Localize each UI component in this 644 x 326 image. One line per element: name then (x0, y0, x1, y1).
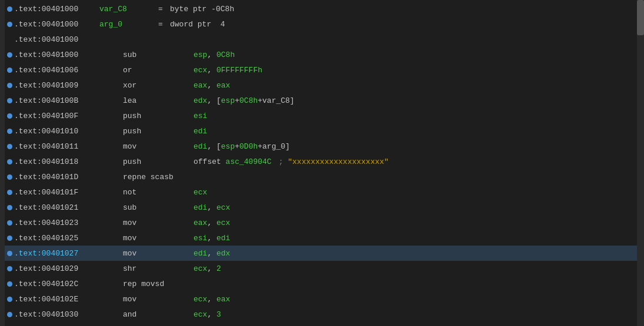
address: .text:00401025 (14, 234, 99, 243)
operands: esp, 0C8h (193, 51, 235, 59)
breakpoint-dot[interactable] (7, 264, 14, 273)
breakpoint-dot[interactable] (7, 310, 14, 319)
breakpoint-dot[interactable] (7, 5, 14, 14)
mnemonic: not (99, 188, 193, 197)
equals: = (158, 20, 170, 29)
breakpoint-dot[interactable] (7, 219, 14, 227)
mnemonic: repne scasb (99, 173, 193, 182)
address: .text:00401030 (14, 310, 99, 319)
type-info: byte ptr -0C8h (170, 5, 234, 14)
mnemonic: push (99, 127, 193, 136)
address: .text:0040100F (14, 112, 99, 120)
breakpoint-dot[interactable] (7, 112, 14, 120)
type-info: dword ptr 4 (170, 20, 225, 29)
breakpoint-dot[interactable] (7, 203, 14, 212)
right-scrollbar[interactable] (637, 0, 644, 326)
breakpoint-dot[interactable] (7, 81, 14, 90)
address: .text:00401027 (14, 249, 99, 258)
table-row: .text:0040100Fpushesi (5, 108, 644, 123)
breakpoint-dot[interactable] (7, 51, 14, 59)
operands: esi, edi (193, 234, 230, 243)
scrollbar-thumb[interactable] (637, 0, 644, 35)
table-row: .text:00401009xoreax, eax (5, 78, 644, 93)
table-row: .text:00401010pushedi (5, 123, 644, 139)
address: .text:00401018 (14, 157, 99, 166)
breakpoint-dot[interactable] (7, 96, 14, 105)
table-row: .text:00401006orecx, 0FFFFFFFFh (5, 62, 644, 78)
address: .text:0040101D (14, 173, 99, 182)
main-container: .text:00401000var_C8=byte ptr -0C8h.text… (0, 0, 644, 326)
address: .text:00401011 (14, 142, 99, 151)
mnemonic: sub (99, 51, 193, 59)
table-row: .text:00401000arg_0=dword ptr 4 (5, 16, 644, 32)
breakpoint-dot[interactable] (7, 157, 14, 166)
table-row: .text:00401018pushoffset asc_40904C; "xx… (5, 154, 644, 169)
address: .text:0040101F (14, 188, 99, 197)
code-area: .text:00401000var_C8=byte ptr -0C8h.text… (5, 0, 644, 326)
operands: ecx, 0FFFFFFFFh (193, 66, 262, 75)
table-row: .text:00401000 (5, 32, 644, 47)
breakpoint-dot[interactable] (7, 20, 14, 29)
breakpoint-dot[interactable] (7, 188, 14, 197)
address: .text:00401000 (14, 35, 99, 44)
breakpoint-dot[interactable] (7, 295, 14, 304)
table-row: .text:00401027movedi, edx (5, 246, 644, 261)
mnemonic: mov (99, 249, 193, 258)
address: .text:00401023 (14, 219, 99, 227)
table-row: .text:00401023moveax, ecx (5, 215, 644, 230)
breakpoint-dot[interactable] (7, 280, 14, 288)
breakpoint-dot[interactable] (7, 66, 14, 75)
operands: ecx, 2 (193, 264, 221, 273)
operands: edx, [esp+0C8h+var_C8] (193, 96, 295, 105)
table-row: .text:00401000var_C8=byte ptr -0C8h (5, 1, 644, 16)
operands: edi, [esp+0D0h+arg_0] (193, 142, 290, 151)
mnemonic: and (99, 310, 193, 319)
table-row: .text:00401033rep movsb (5, 322, 644, 326)
mnemonic: rep movsd (99, 280, 193, 288)
mnemonic: shr (99, 264, 193, 273)
table-row: .text:00401030andecx, 3 (5, 307, 644, 322)
table-row: .text:00401029shrecx, 2 (5, 261, 644, 276)
table-row: .text:0040100Bleaedx, [esp+0C8h+var_C8] (5, 93, 644, 108)
breakpoint-dot[interactable] (7, 173, 14, 182)
breakpoint-dot[interactable] (7, 127, 14, 136)
operands: eax, eax (193, 81, 230, 90)
operands: edi, ecx (193, 203, 230, 212)
mnemonic: xor (99, 81, 193, 90)
mnemonic: sub (99, 203, 193, 212)
address: .text:0040102E (14, 295, 99, 304)
address: .text:00401021 (14, 203, 99, 212)
var-name: arg_0 (99, 20, 158, 29)
operands: ecx, eax (193, 295, 230, 304)
address: .text:0040102C (14, 280, 99, 288)
address: .text:00401029 (14, 264, 99, 273)
address: .text:0040100B (14, 96, 99, 105)
table-row: .text:00401021subedi, ecx (5, 200, 644, 215)
breakpoint-dot[interactable] (7, 142, 14, 151)
equals: = (158, 5, 170, 14)
mnemonic: push (99, 157, 193, 166)
mnemonic: mov (99, 234, 193, 243)
operands: ecx (193, 188, 207, 197)
left-scrollbar[interactable] (0, 0, 5, 326)
mnemonic: mov (99, 219, 193, 227)
table-row: .text:0040102Emovecx, eax (5, 291, 644, 307)
operands: offset asc_40904C (193, 157, 272, 166)
table-row: .text:0040101Fnotecx (5, 184, 644, 200)
operands: eax, ecx (193, 219, 230, 227)
breakpoint-dot[interactable] (7, 234, 14, 243)
operands: edi, edx (193, 249, 230, 258)
address: .text:00401000 (14, 51, 99, 59)
operands: edi (193, 127, 207, 136)
operands: ecx, 3 (193, 310, 221, 319)
breakpoint-dot[interactable] (7, 249, 14, 258)
table-row: .text:00401000subesp, 0C8h (5, 47, 644, 62)
mnemonic: mov (99, 142, 193, 151)
mnemonic: or (99, 66, 193, 75)
mnemonic: mov (99, 295, 193, 304)
table-row: .text:0040102Crep movsd (5, 276, 644, 291)
mnemonic: push (99, 112, 193, 120)
table-row: .text:00401011movedi, [esp+0D0h+arg_0] (5, 139, 644, 154)
address: .text:00401009 (14, 81, 99, 90)
table-row: .text:0040101Drepne scasb (5, 169, 644, 184)
